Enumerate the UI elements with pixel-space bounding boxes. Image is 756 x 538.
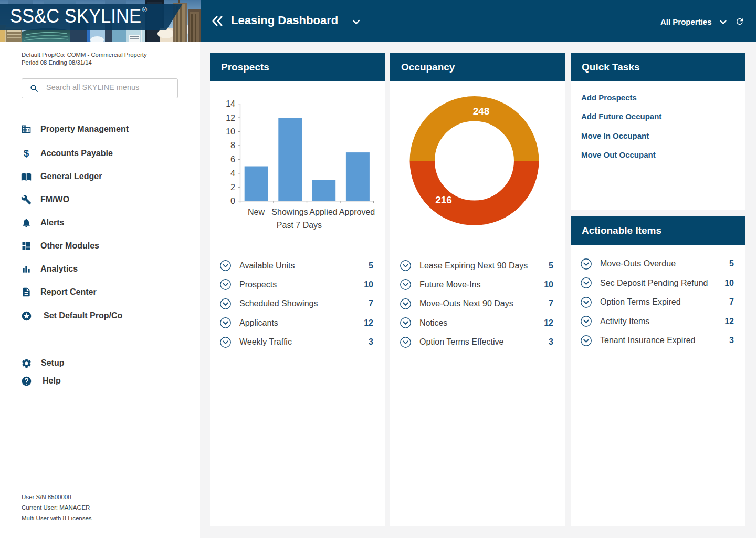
- svg-text:10: 10: [226, 127, 235, 136]
- svg-text:4: 4: [230, 169, 235, 178]
- svg-text:14: 14: [226, 99, 235, 108]
- svg-text:0: 0: [230, 196, 235, 205]
- svg-text:8: 8: [230, 141, 235, 150]
- svg-text:SS&C SKYLINE: SS&C SKYLINE: [10, 5, 141, 27]
- svg-text:2: 2: [230, 183, 235, 192]
- svg-text:6: 6: [230, 155, 235, 164]
- svg-text:Approved: Approved: [339, 208, 375, 216]
- svg-text:®: ®: [142, 6, 147, 14]
- svg-text:216: 216: [435, 194, 452, 205]
- svg-text:12: 12: [226, 113, 235, 122]
- svg-text:Showings: Showings: [271, 208, 308, 216]
- svg-text:248: 248: [473, 106, 490, 117]
- svg-text:Past 7 Days: Past 7 Days: [277, 221, 322, 230]
- svg-text:New: New: [248, 208, 265, 216]
- svg-text:Applied: Applied: [309, 208, 337, 216]
- svg-text:$: $: [24, 148, 29, 159]
